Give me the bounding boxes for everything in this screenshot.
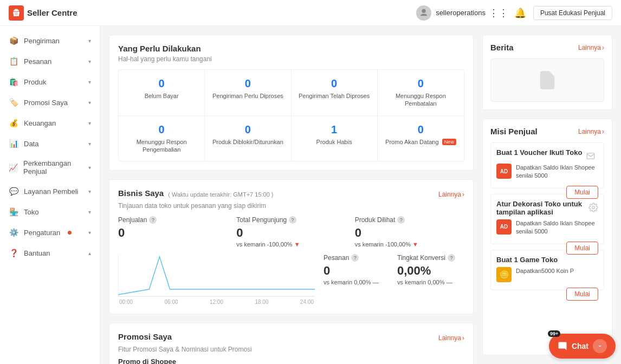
chat-expand-icon[interactable]: [593, 339, 607, 353]
promosi-header: Promosi Saya Lainnya ›: [118, 332, 464, 343]
todo-label-produk-habis: Produk Habis: [296, 138, 373, 146]
sidebar-label-bantuan: Bantuan: [24, 249, 50, 257]
bisnis-title: Bisnis Saya: [118, 188, 164, 198]
todo-label-pengiriman-perlu: Pengiriman Perlu Diproses: [209, 92, 286, 100]
todo-num-respon-pembatalan: 0: [382, 77, 460, 90]
misi-item-game: Buat 1 Game Toko 🪙 Dapatkan5000 Koin P M…: [490, 250, 604, 290]
bisnis-header: Bisnis Saya ( Waktu update terakhir: GMT…: [118, 188, 464, 200]
sidebar-label-data: Data: [24, 140, 38, 148]
promo-di-shopee-title: Promo di Shopee: [118, 358, 464, 364]
chart-label-1: 06:00: [164, 299, 178, 305]
misi-ad-icon-1: AD: [496, 219, 512, 235]
todo-label-promo-datang: Promo Akan Datang New: [382, 138, 460, 146]
sidebar-item-toko[interactable]: 🏪 Toko ▾: [0, 202, 100, 222]
todo-item-belum-bayar[interactable]: 0 Belum Bayar: [119, 70, 205, 116]
perkembangan-icon: 📈: [9, 162, 18, 172]
misi-btn-0[interactable]: Mulai: [566, 186, 598, 199]
todo-label-respon-pengembalian: Menunggu Respon Pengembalian: [123, 138, 200, 154]
todo-item-pengiriman-telah[interactable]: 0 Pengiriman Telah Diproses: [292, 70, 378, 116]
sidebar: 📦 Pengiriman ▾ 📋 Pesanan ▾ 🛍️ Produk ▾ 🏷…: [0, 26, 100, 364]
chart-labels: 00:00 06:00 12:00 18:00 24:00: [118, 299, 315, 305]
todo-item-produk-habis[interactable]: 1 Produk Habis: [292, 116, 378, 161]
todo-item-respon-pengembalian[interactable]: 0 Menunggu Respon Pengembalian: [119, 116, 205, 161]
konversi-change: vs kemarin 0,00% —: [397, 279, 452, 285]
penjualan-stat: Penjualan ? 0: [118, 216, 228, 248]
misi-item-dekorasi: Atur Dekorasi Toko untuk tampilan aplika…: [490, 194, 604, 244]
produk-dilihat-stat: Produk Dilihat ? 0 vs kemarin -100,00% ▼: [355, 216, 464, 248]
misi-btn-1[interactable]: Mulai: [566, 242, 598, 255]
konversi-value: 0,00%: [397, 264, 464, 278]
toko-icon: 🏪: [9, 207, 18, 217]
sidebar-label-promosi: Promosi Saya: [24, 99, 68, 107]
sidebar-item-promosi[interactable]: 🏷️ Promosi Saya ▾: [0, 92, 100, 113]
produk-dilihat-label: Produk Dilihat: [355, 216, 396, 224]
berita-title: Berita: [490, 43, 514, 52]
misi-desc-1: Dapatkan Saldo Iklan Shopee senilai 5000: [516, 219, 598, 236]
header: Seller Centre selleroperations ⋮⋮ 🔔 Pusa…: [0, 0, 621, 26]
sidebar-item-perkembangan[interactable]: 📈 Perkembangan Penjual ▾: [0, 154, 100, 181]
todo-card: Yang Perlu Dilakukan Hal-hal yang perlu …: [109, 35, 474, 171]
promosi-icon: 🏷️: [9, 98, 18, 107]
sidebar-item-keuangan[interactable]: 💰 Keuangan ▾: [0, 113, 100, 133]
todo-item-pengiriman-perlu[interactable]: 0 Pengiriman Perlu Diproses: [205, 70, 291, 116]
data-icon: 📊: [9, 139, 18, 148]
pesanan-stat: Pesanan ? 0 vs kemarin 0,00% —: [324, 254, 391, 305]
penjualan-label: Penjualan: [118, 216, 147, 224]
todo-label-belum-bayar: Belum Bayar: [123, 92, 200, 100]
todo-num-respon-pengembalian: 0: [123, 123, 200, 136]
misi-ad-icon-0: AD: [496, 164, 512, 179]
grid-icon[interactable]: ⋮⋮: [490, 4, 507, 22]
sidebar-label-pesanan: Pesanan: [24, 57, 51, 66]
produk-icon: 🛍️: [9, 77, 18, 87]
chevron-down-icon: ▾: [88, 79, 91, 85]
todo-num-promo-datang: 0: [382, 123, 460, 136]
sidebar-label-keuangan: Keuangan: [24, 119, 56, 127]
promosi-lainnya-link[interactable]: Lainnya ›: [438, 334, 464, 342]
sidebar-item-produk[interactable]: 🛍️ Produk ▾: [0, 72, 100, 92]
produk-dilihat-arrow-icon: ▼: [412, 241, 418, 248]
sidebar-item-layanan[interactable]: 💬 Layanan Pembeli ▾: [0, 181, 100, 202]
todo-item-diblokir[interactable]: 0 Produk Diblokir/Diturunkan: [205, 116, 291, 161]
sidebar-item-data[interactable]: 📊 Data ▾: [0, 133, 100, 154]
chevron-down-icon: ▾: [88, 209, 91, 215]
penjualan-value: 0: [118, 226, 228, 240]
bisnis-chart-area: 00:00 06:00 12:00 18:00 24:00 Pesanan ?: [118, 254, 464, 305]
pesanan-label: Pesanan: [324, 254, 349, 262]
chevron-down-icon: ▾: [88, 141, 91, 147]
bisnis-lainnya-link[interactable]: Lainnya ›: [438, 191, 464, 198]
chart-label-0: 00:00: [119, 299, 133, 305]
chat-label: Chat: [572, 342, 588, 350]
svg-point-3: [592, 206, 595, 209]
berita-lainnya-link[interactable]: Lainnya ›: [578, 44, 604, 51]
edu-button[interactable]: Pusat Edukasi Penjual: [533, 6, 612, 20]
chart-svg: [118, 254, 315, 297]
misi-item-voucher: Buat 1 Voucher Ikuti Toko AD Dapatkan Sa…: [490, 142, 604, 188]
todo-label-diblokir: Produk Diblokir/Diturunkan: [209, 138, 286, 146]
todo-item-promo-datang[interactable]: 0 Promo Akan Datang New: [378, 116, 464, 161]
chat-button[interactable]: 99+ Chat: [549, 334, 616, 359]
notification-icon[interactable]: 🔔: [512, 4, 529, 22]
misi-btn-2[interactable]: Mulai: [566, 288, 598, 301]
username: selleroperations: [436, 9, 486, 17]
sidebar-item-pengaturan[interactable]: ⚙️ Pengaturan ▾: [0, 222, 100, 243]
todo-num-produk-habis: 1: [296, 123, 373, 136]
konversi-info-icon: ?: [448, 254, 455, 262]
misi-item-title-1: Atur Dekorasi Toko untuk tampilan aplika…: [496, 200, 588, 216]
pesanan-icon: 📋: [9, 56, 18, 66]
chevron-down-icon: ▾: [88, 188, 91, 194]
todo-num-diblokir: 0: [209, 123, 286, 136]
sidebar-item-pengiriman[interactable]: 📦 Pengiriman ▾: [0, 30, 100, 51]
misi-lainnya-link[interactable]: Lainnya ›: [578, 128, 604, 135]
sidebar-item-bantuan[interactable]: ❓ Bantuan ▴: [0, 243, 100, 263]
misi-card: Misi Penjual Lainnya › Buat 1 Voucher Ik…: [482, 119, 612, 355]
notification-dot: [68, 231, 72, 235]
todo-item-respon-pembatalan[interactable]: 0 Menunggu Respon Pembatalan: [378, 70, 464, 116]
chart-label-4: 24:00: [300, 299, 314, 305]
bisnis-card: Bisnis Saya ( Waktu update terakhir: GMT…: [109, 179, 474, 314]
berita-card: Berita Lainnya ›: [482, 35, 612, 110]
pengunjung-value: 0: [236, 226, 346, 240]
sidebar-item-pesanan[interactable]: 📋 Pesanan ▾: [0, 51, 100, 72]
berita-header: Berita Lainnya ›: [490, 43, 604, 52]
bisnis-bottom-stats: Pesanan ? 0 vs kemarin 0,00% — Tingkat K…: [324, 254, 464, 305]
misi-coin-icon: 🪙: [496, 267, 512, 282]
